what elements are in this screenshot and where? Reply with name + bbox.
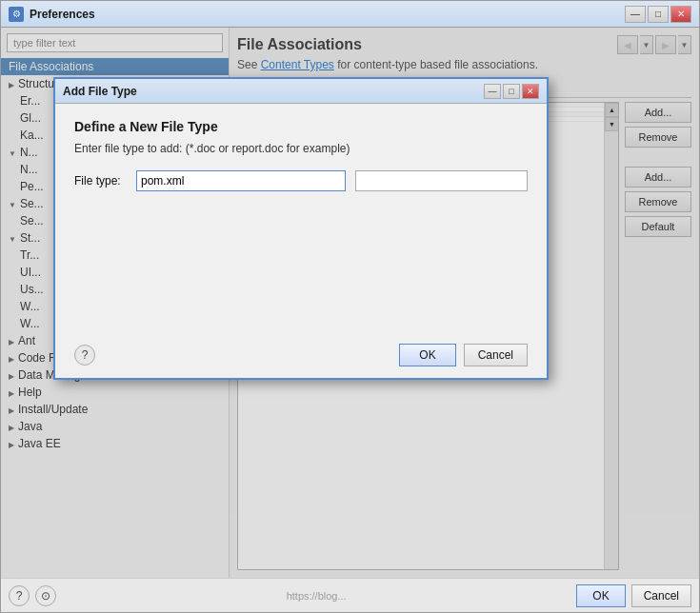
help-icon-button[interactable]: ? xyxy=(9,585,30,606)
file-type-label: File type: xyxy=(74,174,127,188)
ok-button-main[interactable]: OK xyxy=(576,584,625,607)
dialog-ok-button[interactable]: OK xyxy=(399,344,455,366)
maximize-button[interactable]: □ xyxy=(648,6,669,23)
nav-buttons: ◀ ▼ ▶ ▼ xyxy=(617,35,691,54)
sidebar-item-java[interactable]: Java xyxy=(1,418,229,435)
file-type-row: File type: xyxy=(74,170,528,191)
app-icon: ⚙ xyxy=(9,7,24,22)
dialog-action-buttons: OK Cancel xyxy=(399,344,528,366)
add-button-top[interactable]: Add... xyxy=(625,102,691,123)
watermark-text: https://blog... xyxy=(56,590,576,602)
sidebar-item-java-ee[interactable]: Java EE xyxy=(1,435,229,452)
file-type-input2[interactable] xyxy=(355,170,528,191)
scroll-down-arrow[interactable]: ▼ xyxy=(605,117,619,131)
minimize-button[interactable]: — xyxy=(625,6,646,23)
back-button[interactable]: ◀ xyxy=(617,35,638,54)
dialog-controls: — □ ✕ xyxy=(484,84,539,99)
filter-input[interactable] xyxy=(7,33,223,52)
preferences-icon-button[interactable]: ⊙ xyxy=(35,585,56,606)
sidebar-item-install-update[interactable]: Install/Update xyxy=(1,401,229,418)
scrollbar[interactable]: ▲ ▼ xyxy=(604,103,618,569)
dialog-cancel-button[interactable]: Cancel xyxy=(464,344,528,366)
dialog-body: Define a New File Type Enter file type t… xyxy=(55,104,547,336)
back-dropdown[interactable]: ▼ xyxy=(640,35,653,54)
forward-button[interactable]: ▶ xyxy=(655,35,676,54)
panel-title: File Associations xyxy=(237,36,362,53)
content-types-link[interactable]: Content Types xyxy=(261,58,334,71)
scroll-up-arrow[interactable]: ▲ xyxy=(605,103,619,117)
dialog-spacer xyxy=(74,207,528,321)
dialog-description: Enter file type to add: (*.doc or report… xyxy=(74,142,528,155)
dialog-title: Add File Type xyxy=(63,85,137,98)
title-bar: ⚙ Preferences — □ ✕ xyxy=(1,1,699,28)
right-panel-top: File Associations ◀ ▼ ▶ ▼ xyxy=(237,35,691,54)
dialog-help-button[interactable]: ? xyxy=(74,345,95,366)
dialog-heading: Define a New File Type xyxy=(74,119,528,134)
add-button-bottom[interactable]: Add... xyxy=(625,167,691,188)
title-bar-left: ⚙ Preferences xyxy=(9,7,95,22)
forward-dropdown[interactable]: ▼ xyxy=(678,35,691,54)
content-types-text: See Content Types for content-type based… xyxy=(237,58,691,71)
dialog-footer: ? OK Cancel xyxy=(55,336,547,378)
remove-button-bottom[interactable]: Remove xyxy=(625,191,691,212)
bottom-left-icons: ? ⊙ xyxy=(9,585,56,606)
add-file-type-dialog: Add File Type — □ ✕ Define a New File Ty… xyxy=(53,77,549,380)
right-buttons: Add... Remove Add... Remove Default xyxy=(625,102,691,570)
file-type-input[interactable] xyxy=(136,170,346,191)
default-button[interactable]: Default xyxy=(625,216,691,237)
dialog-title-bar: Add File Type — □ ✕ xyxy=(55,79,547,104)
dialog-minimize-button[interactable]: — xyxy=(484,84,501,99)
sidebar-item-help[interactable]: Help xyxy=(1,384,229,401)
preferences-window: ⚙ Preferences — □ ✕ File Associations St… xyxy=(0,0,700,613)
cancel-button-main[interactable]: Cancel xyxy=(631,584,691,607)
dialog-maximize-button[interactable]: □ xyxy=(503,84,520,99)
dialog-close-button[interactable]: ✕ xyxy=(522,84,539,99)
bottom-right-buttons: OK Cancel xyxy=(576,584,691,607)
bottom-bar: ? ⊙ https://blog... OK Cancel xyxy=(1,578,699,612)
sidebar-item-file-associations[interactable]: File Associations xyxy=(1,58,229,75)
window-title: Preferences xyxy=(30,8,95,21)
close-button[interactable]: ✕ xyxy=(670,6,691,23)
remove-button-top[interactable]: Remove xyxy=(625,127,691,148)
title-bar-controls: — □ ✕ xyxy=(625,6,691,23)
